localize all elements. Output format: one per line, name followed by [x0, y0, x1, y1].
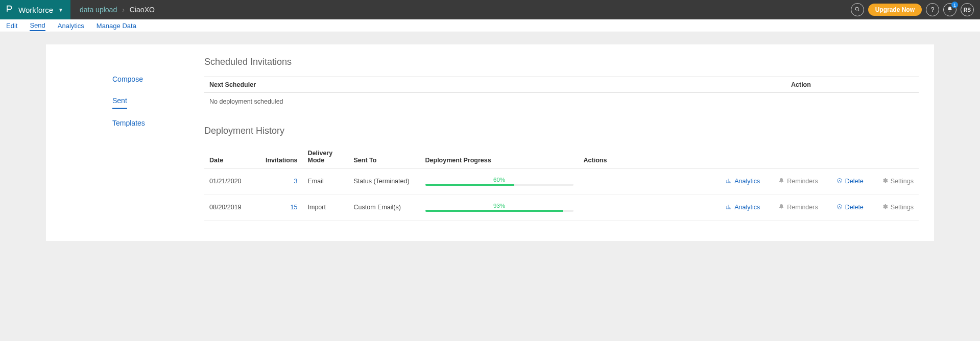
cell-invitations: 15	[260, 194, 303, 221]
gear-icon	[882, 204, 888, 211]
history-title: Deployment History	[204, 126, 919, 136]
analytics-action[interactable]: Analytics	[726, 178, 760, 185]
reminders-action: Reminders	[778, 178, 818, 185]
cell-actions: AnalyticsRemindersDeleteSettings	[579, 168, 919, 194]
invitations-link[interactable]: 15	[291, 204, 298, 211]
sidenav-templates[interactable]: Templates	[112, 116, 145, 130]
cell-actions: AnalyticsRemindersDeleteSettings	[579, 194, 919, 221]
delete-action[interactable]: Delete	[836, 204, 864, 211]
sidenav-compose[interactable]: Compose	[112, 72, 143, 86]
help-button[interactable]: ?	[926, 3, 939, 16]
cell-mode: Import	[303, 194, 349, 221]
bell-icon	[778, 178, 784, 185]
col-next-scheduler: Next Scheduler	[204, 77, 786, 93]
user-avatar[interactable]: RS	[961, 3, 974, 16]
sidenav: Compose Sent Templates	[61, 57, 174, 221]
x-circle-icon	[836, 178, 843, 185]
progress-bar	[425, 184, 573, 186]
gear-icon	[882, 178, 888, 185]
scheduled-title: Scheduled Invitations	[204, 57, 919, 67]
settings-action[interactable]: Settings	[882, 204, 914, 211]
tab-edit[interactable]: Edit	[6, 21, 17, 31]
chevron-right-icon: ›	[122, 6, 125, 14]
sidenav-sent[interactable]: Sent	[112, 93, 127, 109]
x-circle-icon	[836, 204, 843, 211]
tabbar: Edit Send Analytics Manage Data	[0, 19, 980, 32]
breadcrumb-current: CiaoXO	[130, 6, 155, 14]
topbar-right: Upgrade Now ? 1 RS	[851, 3, 980, 16]
search-icon	[854, 6, 861, 14]
tab-analytics[interactable]: Analytics	[58, 21, 84, 31]
main-card: Compose Sent Templates Scheduled Invitat…	[46, 44, 934, 241]
progress-bar	[425, 210, 573, 212]
analytics-action[interactable]: Analytics	[726, 204, 760, 211]
bar-chart-icon	[726, 204, 732, 211]
logo-icon	[5, 5, 13, 15]
history-table: Date Invitations Delivery Mode Sent To D…	[204, 145, 919, 221]
delete-action[interactable]: Delete	[836, 178, 864, 185]
cell-sent-to: Status (Terminated)	[349, 168, 420, 194]
chevron-down-icon: ▼	[58, 7, 63, 13]
table-row: No deployment scheduled	[204, 93, 919, 111]
cell-progress: 93%	[420, 194, 579, 221]
tab-send[interactable]: Send	[30, 20, 45, 31]
svg-point-0	[855, 7, 858, 10]
col-delivery-mode: Delivery Mode	[303, 145, 349, 168]
settings-action[interactable]: Settings	[882, 178, 914, 185]
search-button[interactable]	[851, 3, 864, 16]
breadcrumb-parent[interactable]: data upload	[80, 6, 117, 14]
col-actions: Actions	[579, 145, 919, 168]
col-invitations: Invitations	[260, 145, 303, 168]
scheduled-table: Next Scheduler Action No deployment sche…	[204, 77, 919, 110]
progress-label: 93%	[425, 203, 573, 209]
table-row: 01/21/20203EmailStatus (Terminated)60%An…	[204, 168, 919, 194]
tab-manage-data[interactable]: Manage Data	[97, 21, 136, 31]
main-content: Scheduled Invitations Next Scheduler Act…	[174, 57, 919, 221]
brand-label: Workforce	[18, 6, 53, 14]
col-sent-to: Sent To	[349, 145, 420, 168]
svg-line-1	[858, 10, 859, 11]
cell-sent-to: Custom Email(s)	[349, 194, 420, 221]
col-action: Action	[786, 77, 919, 93]
cell-progress: 60%	[420, 168, 579, 194]
brand-menu[interactable]: Workforce ▼	[0, 0, 70, 19]
cell-invitations: 3	[260, 168, 303, 194]
help-icon: ?	[931, 6, 935, 13]
cell-date: 08/20/2019	[204, 194, 260, 221]
notifications-button[interactable]: 1	[943, 3, 957, 16]
bar-chart-icon	[726, 178, 732, 185]
col-progress: Deployment Progress	[420, 145, 579, 168]
breadcrumb: data upload › CiaoXO	[70, 6, 155, 14]
invitations-link[interactable]: 3	[294, 178, 298, 185]
reminders-action: Reminders	[778, 204, 818, 211]
cell-date: 01/21/2020	[204, 168, 260, 194]
empty-message: No deployment scheduled	[204, 93, 919, 111]
notification-badge: 1	[951, 2, 958, 8]
bell-icon	[778, 204, 784, 211]
upgrade-button[interactable]: Upgrade Now	[868, 4, 922, 16]
cell-mode: Email	[303, 168, 349, 194]
topbar: Workforce ▼ data upload › CiaoXO Upgrade…	[0, 0, 980, 19]
progress-label: 60%	[425, 177, 573, 183]
table-row: 08/20/201915ImportCustom Email(s)93%Anal…	[204, 194, 919, 221]
col-date: Date	[204, 145, 260, 168]
